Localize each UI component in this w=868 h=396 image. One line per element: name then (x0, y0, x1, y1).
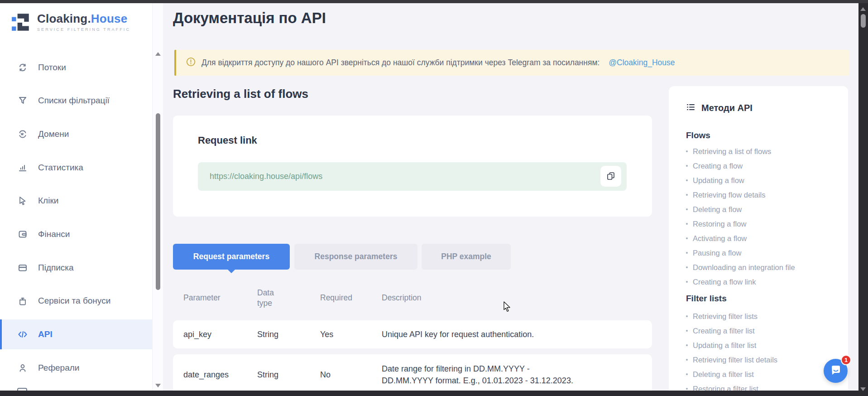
method-link[interactable]: Retrieving flow details (686, 188, 840, 202)
bullet-icon (686, 315, 688, 317)
scroll-down-icon[interactable] (860, 387, 866, 391)
logo-mark-icon (11, 11, 32, 32)
brand-tagline: SERVICE FILTERING TRAFFIC (37, 27, 130, 32)
sidebar: Cloaking.House SERVICE FILTERING TRAFFIC… (0, 3, 152, 391)
method-link[interactable]: Updating a flow (686, 173, 840, 188)
param-type: String (257, 370, 320, 380)
column-header: Parameter (183, 293, 257, 303)
sidebar-item-api[interactable]: API (0, 319, 152, 349)
method-link[interactable]: Pausing a flow (686, 246, 840, 260)
table-row: api_key String Yes Unique API key for re… (173, 320, 652, 348)
cursor-icon (17, 195, 28, 206)
telegram-link[interactable]: @Cloaking_House (609, 58, 675, 68)
bullet-icon (686, 179, 688, 181)
bullet-icon (686, 208, 688, 210)
person-icon (17, 362, 28, 373)
sidebar-item-flows[interactable]: Потоки (0, 58, 152, 77)
bullet-icon (686, 344, 688, 346)
copy-button[interactable] (600, 166, 621, 187)
page-scrollbar[interactable] (858, 3, 868, 396)
bullet-icon (686, 237, 688, 239)
bullet-icon (686, 252, 688, 254)
brand-name: Cloaking.House (37, 12, 127, 25)
table-header-row: Parameter Data type Required Description (173, 285, 652, 310)
bullet-icon (686, 330, 688, 332)
column-header: Required (320, 293, 382, 303)
scroll-up-icon[interactable] (155, 52, 161, 56)
bullet-icon (686, 373, 688, 375)
sidebar-item-domains[interactable]: Домени (0, 124, 152, 144)
method-link[interactable]: Retrieving filter list details (686, 353, 840, 367)
methods-section-filter-lists: Filter lists (686, 294, 727, 304)
methods-section-flows: Flows (686, 130, 710, 140)
methods-panel-title: Методи API (701, 103, 753, 113)
list-icon (686, 102, 695, 114)
method-link[interactable]: Retrieving filter lists (686, 309, 840, 324)
method-link[interactable]: Deleting a flow (686, 202, 840, 217)
param-required: Yes (320, 330, 382, 339)
method-link[interactable]: Restoring a flow (686, 217, 840, 231)
wallet-icon (17, 229, 28, 240)
method-link[interactable]: Creating a filter list (686, 324, 840, 338)
bullet-icon (686, 359, 688, 361)
api-methods-panel: Методи API Flows Retrieving a list of fl… (669, 86, 848, 391)
main-content: Документація по API Для відкриття доступ… (163, 3, 858, 391)
sidebar-item-statistics[interactable]: Статистика (0, 158, 152, 178)
gift-icon (17, 295, 28, 306)
bullet-icon (686, 266, 688, 268)
sidebar-scrollbar-thumb[interactable] (156, 113, 160, 290)
chat-bubble-icon (830, 364, 842, 377)
sidebar-item-services-bonuses[interactable]: Сервіси та бонуси (0, 291, 152, 311)
window-top-edge (0, 0, 868, 3)
scroll-up-icon[interactable] (860, 7, 866, 11)
method-link[interactable]: Deleting a filter list (686, 367, 840, 382)
filter-icon (17, 95, 28, 106)
bullet-icon (686, 165, 688, 167)
sidebar-scrollbar[interactable] (152, 3, 163, 391)
request-link-card: Request link https://cloaking.house/api/… (173, 116, 652, 217)
banner-text: Для відкриття доступу до нашого API звер… (201, 58, 599, 68)
tab-php-example[interactable]: PHP example (422, 244, 511, 270)
param-description: Date range for filtering in DD.MM.YYYY -… (382, 363, 581, 386)
copy-icon (606, 171, 615, 182)
bullet-icon (686, 150, 688, 152)
request-url-field[interactable]: https://cloaking.house/api/flows (198, 162, 627, 191)
scroll-down-icon[interactable] (155, 384, 161, 387)
method-link[interactable]: Creating a flow (686, 159, 840, 173)
param-required: No (320, 370, 382, 380)
page-title: Документація по API (173, 10, 326, 27)
globe-icon (17, 129, 28, 140)
column-header: Data type (257, 288, 281, 309)
sidebar-item-clicks[interactable]: Кліки (0, 191, 152, 211)
tab-response-parameters[interactable]: Response parameters (294, 244, 417, 270)
param-description: Unique API key for request authenticatio… (382, 328, 581, 340)
bar-chart-icon (17, 162, 28, 173)
info-banner: Для відкриття доступу до нашого API звер… (174, 50, 849, 76)
method-link[interactable]: Updating a filter list (686, 338, 840, 353)
method-link[interactable]: Activating a flow (686, 231, 840, 246)
sync-icon (17, 62, 28, 73)
method-link[interactable]: Creating a flow link (686, 275, 840, 289)
section-title: Retrieving a list of flows (173, 87, 308, 101)
request-link-title: Request link (198, 135, 257, 146)
bullet-icon (686, 281, 688, 283)
request-url: https://cloaking.house/api/flows (210, 162, 322, 191)
sidebar-item-subscription[interactable]: Підписка (0, 258, 152, 278)
method-link[interactable]: Downloading an integration file (686, 260, 840, 275)
sidebar-item-filter-lists[interactable]: Списки фільтрації (0, 91, 152, 111)
bullet-icon (686, 388, 688, 390)
method-link[interactable]: Retrieving a list of flows (686, 144, 840, 159)
param-type: String (257, 330, 320, 339)
logo[interactable]: Cloaking.House SERVICE FILTERING TRAFFIC (11, 11, 130, 32)
param-name: api_key (183, 330, 257, 339)
sidebar-item-finance[interactable]: Фінанси (0, 224, 152, 244)
bullet-icon (686, 194, 688, 196)
method-link[interactable]: Restoring a filter list (686, 382, 840, 391)
table-row: date_ranges String No Date range for fil… (173, 354, 652, 391)
chat-badge: 1 (841, 355, 851, 365)
column-header: Description (382, 293, 652, 303)
credit-card-icon (17, 262, 28, 273)
tab-request-parameters[interactable]: Request parameters (173, 244, 290, 270)
page-scrollbar-thumb[interactable] (861, 14, 866, 28)
sidebar-item-referrals[interactable]: Реферали (0, 358, 152, 378)
